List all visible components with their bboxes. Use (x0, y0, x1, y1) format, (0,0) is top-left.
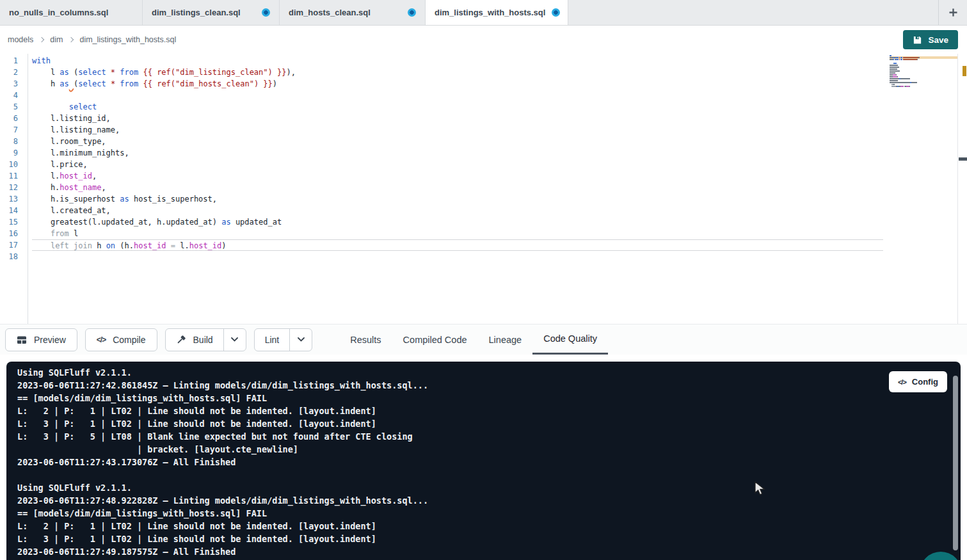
panel-tab-code-quality[interactable]: Code Quality (532, 324, 608, 355)
minimap-line (890, 57, 958, 58)
line-number: 7 (0, 124, 28, 136)
file-tab-label: dim_listings_clean.sql (152, 8, 241, 17)
file-tabs: no_nulls_in_columns.sqldim_listings_clea… (0, 0, 568, 25)
compile-button-label: Compile (113, 335, 145, 345)
code-line: from l (32, 228, 967, 239)
breadcrumb-bar: modelsdimdim_listings_with_hosts.sql Sav… (0, 26, 967, 54)
code-line (32, 251, 967, 262)
file-tab[interactable]: dim_listings_clean.sql (143, 0, 280, 25)
code-line: h as (select * from {{ ref("dim_hosts_cl… (32, 78, 967, 90)
line-number: 16 (0, 228, 28, 239)
minimap-line (890, 63, 958, 64)
minimap-line (890, 67, 958, 68)
code-line: greatest(l.updated_at, h.updated_at) as … (32, 216, 967, 228)
code-line: h.is_superhost as host_is_superhost, (32, 193, 967, 205)
lint-button-label: Lint (265, 335, 280, 345)
chevron-down-icon (231, 337, 238, 342)
editor-gutter: 123456789101112131415161718 (0, 55, 28, 262)
panel-tab-results[interactable]: Results (339, 324, 392, 355)
panel-tab-lineage[interactable]: Lineage (478, 324, 533, 355)
editor-code: with l as (select * from {{ ref("dim_lis… (32, 55, 967, 262)
file-tab-label: dim_listings_with_hosts.sql (435, 8, 545, 17)
minimap-line (890, 88, 958, 89)
breadcrumb-separator-icon (39, 37, 44, 42)
hammer-icon (176, 335, 186, 345)
panel-tab-compiled-code[interactable]: Compiled Code (392, 324, 478, 355)
table-grid-icon (17, 335, 27, 345)
minimap-line (890, 86, 958, 87)
line-number: 9 (0, 147, 28, 159)
preview-button[interactable]: Preview (5, 328, 77, 351)
minimap-line (890, 55, 958, 56)
modified-indicator-icon (408, 8, 416, 17)
breadcrumb-item[interactable]: dim (50, 35, 63, 44)
breadcrumb-item[interactable]: models (8, 35, 33, 44)
code-line: l.minimum_nights, (32, 147, 967, 159)
line-number: 11 (0, 170, 28, 182)
minimap-line (890, 78, 958, 79)
save-button-label: Save (928, 35, 948, 45)
line-number: 12 (0, 182, 28, 193)
file-tab-bar: no_nulls_in_columns.sqldim_listings_clea… (0, 0, 967, 26)
breadcrumb: modelsdimdim_listings_with_hosts.sql (8, 26, 176, 54)
minimap-line (890, 84, 958, 85)
dbt-ide-window: no_nulls_in_columns.sqldim_listings_clea… (0, 0, 967, 560)
build-dropdown-button[interactable] (224, 329, 246, 351)
file-tab-label: dim_hosts_clean.sql (289, 8, 371, 17)
file-tab[interactable]: no_nulls_in_columns.sql (0, 0, 143, 25)
code-line: select (32, 101, 967, 113)
breadcrumb-item[interactable]: dim_listings_with_hosts.sql (79, 35, 176, 44)
lint-button[interactable]: Lint (255, 329, 291, 351)
terminal-panel: Using SQLFluff v2.1.1. 2023-06-06T11:27:… (6, 362, 961, 560)
line-number: 5 (0, 101, 28, 113)
code-line: l.listing_id, (32, 113, 967, 124)
file-tab[interactable]: dim_listings_with_hosts.sql (426, 0, 568, 25)
config-button[interactable]: </> Config (889, 371, 947, 392)
scrollbar-position-marker[interactable] (959, 157, 967, 161)
file-tab-label: no_nulls_in_columns.sql (9, 8, 108, 17)
code-line: l.price, (32, 159, 967, 170)
terminal-scrollbar[interactable] (953, 376, 958, 550)
line-number: 6 (0, 113, 28, 124)
modified-indicator-icon (262, 8, 270, 17)
minimap-line (890, 80, 958, 81)
tab-bar-spacer (568, 0, 938, 25)
line-number: 17 (0, 239, 28, 251)
code-brackets-icon: </> (97, 335, 106, 344)
code-line: l as (select * from {{ ref("dim_listings… (32, 67, 967, 78)
code-editor[interactable]: 123456789101112131415161718 with l as (s… (0, 54, 967, 324)
line-number: 13 (0, 193, 28, 205)
minimap-line (890, 61, 958, 62)
minimap-line (890, 65, 958, 66)
minimap-line (890, 72, 958, 74)
new-tab-button[interactable] (939, 0, 967, 25)
line-number: 2 (0, 67, 28, 78)
save-button[interactable]: Save (903, 30, 958, 49)
line-number: 4 (0, 90, 28, 101)
modified-indicator-icon (552, 8, 560, 17)
result-panel-tabs: ResultsCompiled CodeLineageCode Quality (339, 324, 608, 355)
line-number: 8 (0, 136, 28, 147)
code-line (32, 90, 967, 101)
lint-split-button: Lint (254, 328, 313, 351)
terminal-output: Using SQLFluff v2.1.1. 2023-06-06T11:27:… (17, 366, 428, 558)
config-button-label: Config (912, 377, 938, 387)
minimap-line (890, 74, 958, 76)
code-line: h.host_name, (32, 182, 967, 193)
code-line: l.listing_name, (32, 124, 967, 136)
compile-button[interactable]: </> Compile (85, 328, 157, 351)
plus-icon (948, 8, 958, 17)
chevron-down-icon (298, 337, 305, 342)
minimap-line (890, 68, 958, 70)
line-number: 15 (0, 216, 28, 228)
lint-dropdown-button[interactable] (290, 329, 312, 351)
code-brackets-icon: </> (898, 378, 906, 386)
editor-minimap[interactable] (890, 55, 958, 92)
build-button-label: Build (193, 335, 213, 345)
minimap-line (890, 70, 958, 72)
code-line: with (32, 55, 967, 67)
file-tab[interactable]: dim_hosts_clean.sql (280, 0, 426, 25)
minimap-line (890, 82, 958, 83)
build-button[interactable]: Build (166, 329, 224, 351)
gutter-divider (28, 54, 28, 324)
